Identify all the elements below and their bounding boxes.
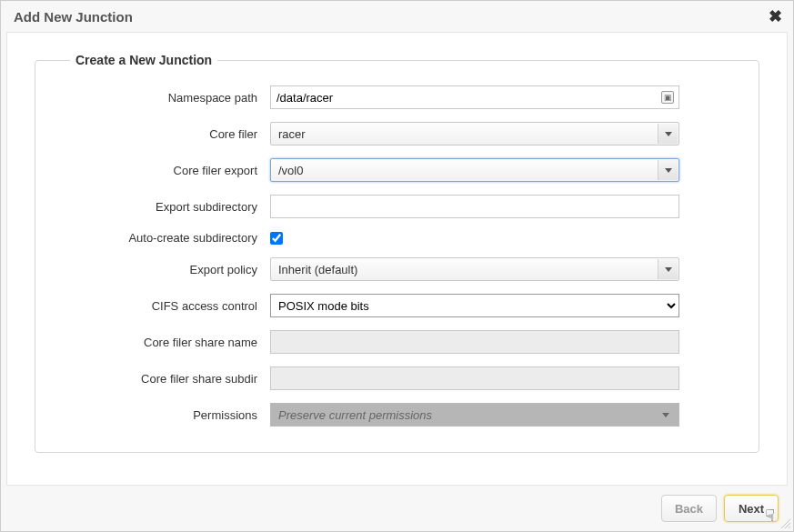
- label-share-subdir: Core filer share subdir: [61, 372, 270, 386]
- label-core-filer-export: Core filer export: [61, 164, 270, 177]
- next-button[interactable]: Next: [724, 495, 779, 522]
- export-policy-value: Inherit (default): [278, 263, 357, 276]
- create-junction-fieldset: Create a New Junction Namespace path ▣ C…: [35, 53, 759, 453]
- cifs-access-select[interactable]: POSIX mode bits: [270, 294, 679, 317]
- core-filer-export-select[interactable]: /vol0: [270, 158, 679, 182]
- dialog-title: Add New Junction: [14, 9, 133, 25]
- chevron-down-icon: [658, 160, 678, 180]
- chevron-down-icon: [662, 413, 669, 417]
- label-namespace-path: Namespace path: [61, 91, 270, 105]
- fieldset-legend: Create a New Junction: [70, 53, 217, 67]
- label-auto-create: Auto-create subdirectory: [61, 231, 270, 245]
- dialog-footer: Back Next ☟: [1, 486, 793, 531]
- auto-create-checkbox[interactable]: [270, 232, 283, 245]
- export-policy-select[interactable]: Inherit (default): [270, 257, 679, 281]
- dialog-body: Create a New Junction Namespace path ▣ C…: [6, 32, 788, 486]
- add-junction-dialog: Add New Junction ✖ Create a New Junction…: [0, 0, 794, 532]
- contacts-icon[interactable]: ▣: [661, 91, 674, 104]
- close-icon[interactable]: ✖: [769, 8, 782, 25]
- permissions-select: Preserve current permissions: [270, 403, 679, 427]
- share-name-input: [270, 330, 679, 354]
- label-cifs-access: CIFS access control: [61, 299, 270, 313]
- back-button[interactable]: Back: [661, 495, 717, 522]
- resize-grip-icon[interactable]: [779, 517, 791, 529]
- label-permissions: Permissions: [61, 408, 270, 422]
- label-export-subdirectory: Export subdirectory: [61, 200, 270, 214]
- chevron-down-icon: [658, 259, 678, 279]
- label-core-filer: Core filer: [61, 127, 270, 141]
- chevron-down-icon: [658, 124, 678, 144]
- core-filer-value: racer: [278, 127, 306, 141]
- svg-line-2: [789, 527, 790, 528]
- permissions-value: Preserve current permissions: [278, 408, 432, 422]
- label-share-name: Core filer share name: [61, 336, 270, 349]
- share-subdir-input: [270, 366, 679, 390]
- core-filer-select[interactable]: racer: [270, 122, 679, 146]
- label-export-policy: Export policy: [61, 263, 270, 276]
- export-subdirectory-input[interactable]: [270, 195, 679, 218]
- core-filer-export-value: /vol0: [278, 164, 303, 177]
- dialog-header: Add New Junction ✖: [1, 1, 793, 32]
- namespace-path-input[interactable]: [270, 85, 679, 109]
